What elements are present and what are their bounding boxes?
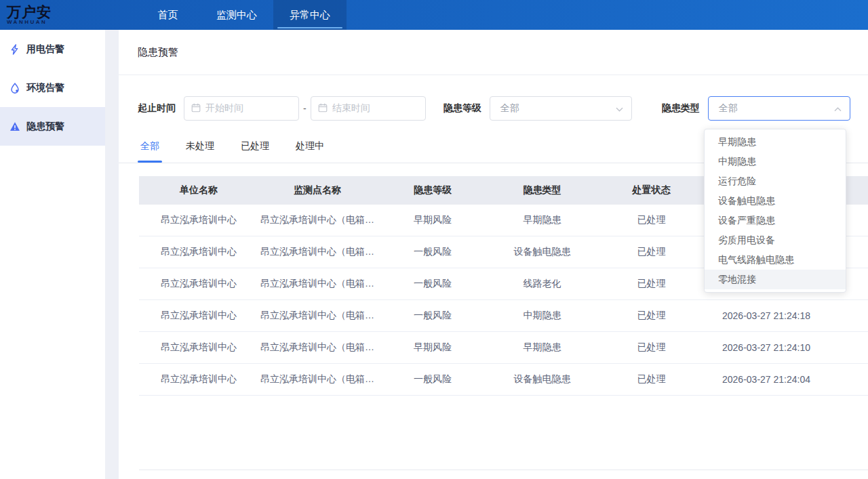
tab-all[interactable]: 全部 [139, 139, 161, 163]
sidebar: 用电告警 环境告警 隐患预警 [0, 30, 105, 479]
cell-time: 2026-03-27 21:24:10 [707, 332, 825, 363]
cell-unit-name: 昂立泓承培训中心 [139, 300, 258, 331]
nav-item-label: 监测中心 [216, 9, 257, 22]
cell-unit-name: 昂立泓承培训中心 [139, 332, 258, 363]
cell-hazard-type: 早期隐患 [489, 332, 595, 363]
chevron-down-icon [616, 103, 623, 114]
cell-unit-name: 昂立泓承培训中心 [139, 268, 258, 299]
start-date-placeholder: 开始时间 [205, 102, 243, 114]
cell-unit-name: 昂立泓承培训中心 [139, 205, 258, 236]
cell-unit-name: 昂立泓承培训中心 [139, 364, 258, 395]
dropdown-option[interactable]: 零地混接 [705, 270, 846, 289]
col-header-hazard-type: 隐患类型 [489, 176, 595, 205]
sidebar-item-hazard-warning[interactable]: 隐患预警 [0, 107, 105, 146]
hazard-type-dropdown: 早期隐患 中期隐患 运行危险 设备触电隐患 设备严重隐患 劣质用电设备 电气线路… [704, 129, 846, 293]
end-date-placeholder: 结束时间 [332, 102, 370, 114]
dropdown-option[interactable]: 电气线路触电隐患 [705, 250, 846, 270]
table-bottom-border [139, 396, 868, 470]
cell-time: 2026-03-27 21:24:04 [707, 364, 825, 395]
time-range-label: 起止时间 [138, 102, 176, 114]
date-range-separator: - [303, 103, 307, 114]
table-row[interactable]: 昂立泓承培训中心 昂立泓承培训中心（电箱… 一般风险 设备触电隐患 已处理 20… [139, 364, 868, 396]
tab-label: 未处理 [186, 140, 214, 152]
droplet-icon [9, 83, 20, 93]
cell-handle-status: 已处理 [595, 268, 707, 299]
cell-time: 2026-03-27 21:24:18 [707, 300, 825, 331]
cell-point-name: 昂立泓承培训中心（电箱… [258, 268, 376, 299]
cell-point-name: 昂立泓承培训中心（电箱… [258, 364, 376, 395]
cell-hazard-level: 一般风险 [376, 364, 489, 395]
dropdown-option[interactable]: 劣质用电设备 [705, 230, 846, 250]
cell-point-name: 昂立泓承培训中心（电箱… [258, 300, 376, 331]
nav-item-label: 异常中心 [290, 9, 330, 22]
cell-handle-status: 已处理 [595, 236, 707, 268]
chevron-up-icon [834, 103, 842, 114]
tab-label: 全部 [140, 140, 159, 152]
hazard-level-select[interactable]: 全部 [490, 96, 632, 121]
dropdown-option[interactable]: 中期隐患 [705, 152, 846, 171]
cell-hazard-level: 早期风险 [376, 332, 489, 363]
cell-point-name: 昂立泓承培训中心（电箱… [258, 332, 376, 363]
tab-processing[interactable]: 处理中 [294, 139, 326, 163]
cell-hazard-type: 早期隐患 [489, 205, 595, 236]
cell-handle-status: 已处理 [595, 300, 707, 331]
top-header: 万户安 WANHUAN 首页 监测中心 异常中心 [0, 0, 868, 30]
sidebar-item-label: 用电告警 [26, 43, 64, 56]
nav-item-label: 首页 [158, 9, 178, 22]
sidebar-item-environment-alarm[interactable]: 环境告警 [0, 68, 105, 107]
cell-hazard-level: 一般风险 [376, 300, 489, 331]
cell-extra [825, 300, 868, 331]
col-header-hazard-level: 隐患等级 [376, 176, 489, 205]
col-header-unit-name: 单位名称 [139, 176, 258, 205]
cell-hazard-type: 设备触电隐患 [489, 236, 595, 268]
table-row[interactable]: 昂立泓承培训中心 昂立泓承培训中心（电箱… 早期风险 早期隐患 已处理 2026… [139, 332, 868, 364]
sidebar-item-label: 隐患预警 [26, 121, 64, 133]
top-nav: 首页 监测中心 异常中心 [136, 0, 347, 30]
nav-item-home[interactable]: 首页 [136, 0, 200, 30]
brand-subtitle: WANHUAN [7, 20, 105, 25]
end-date-input[interactable]: 结束时间 [311, 96, 426, 121]
calendar-icon [191, 103, 201, 114]
filter-bar: 起止时间 开始时间 - 结束时间 隐患等级 全部 隐患类型 全部 [119, 96, 868, 121]
hazard-type-value: 全部 [719, 102, 738, 114]
sidebar-item-power-alarm[interactable]: 用电告警 [0, 30, 105, 68]
brand-name: 万户安 [7, 5, 105, 19]
calendar-icon [318, 103, 328, 114]
layout-gap [105, 30, 119, 479]
brand-logo: 万户安 WANHUAN [0, 5, 105, 25]
cell-point-name: 昂立泓承培训中心（电箱… [258, 236, 376, 268]
dropdown-option[interactable]: 早期隐患 [705, 132, 846, 152]
col-header-handle-status: 处置状态 [595, 176, 707, 205]
tab-unprocessed[interactable]: 未处理 [184, 139, 216, 163]
hazard-type-label: 隐患类型 [662, 102, 700, 114]
cell-hazard-type: 设备触电隐患 [489, 364, 595, 395]
dropdown-option[interactable]: 设备严重隐患 [705, 211, 846, 230]
hazard-level-label: 隐患等级 [443, 102, 481, 114]
cell-hazard-level: 早期风险 [376, 205, 489, 236]
tab-processed[interactable]: 已处理 [239, 139, 271, 163]
tab-label: 处理中 [296, 140, 324, 152]
cell-point-name: 昂立泓承培训中心（电箱… [258, 205, 376, 236]
hazard-type-select[interactable]: 全部 [708, 96, 850, 121]
cell-hazard-level: 一般风险 [376, 236, 489, 268]
start-date-input[interactable]: 开始时间 [184, 96, 299, 121]
cell-extra [825, 332, 868, 363]
cell-unit-name: 昂立泓承培训中心 [139, 236, 258, 268]
nav-item-exception-center[interactable]: 异常中心 [273, 0, 347, 30]
cell-hazard-type: 线路老化 [489, 268, 595, 299]
cell-handle-status: 已处理 [595, 364, 707, 395]
nav-item-monitor-center[interactable]: 监测中心 [200, 0, 273, 30]
cell-hazard-level: 一般风险 [376, 268, 489, 299]
table-row[interactable]: 昂立泓承培训中心 昂立泓承培训中心（电箱… 一般风险 中期隐患 已处理 2026… [139, 300, 868, 332]
hazard-level-value: 全部 [500, 102, 519, 114]
sidebar-item-label: 环境告警 [26, 82, 64, 94]
alert-icon [9, 121, 20, 132]
bolt-icon [9, 44, 20, 55]
cell-hazard-type: 中期隐患 [489, 300, 595, 331]
dropdown-option[interactable]: 设备触电隐患 [705, 191, 846, 211]
page-title-row: 隐患预警 [119, 30, 868, 75]
page-title: 隐患预警 [138, 46, 178, 59]
dropdown-option[interactable]: 运行危险 [705, 171, 846, 191]
tab-label: 已处理 [241, 140, 269, 152]
col-header-point-name: 监测点名称 [258, 176, 376, 205]
